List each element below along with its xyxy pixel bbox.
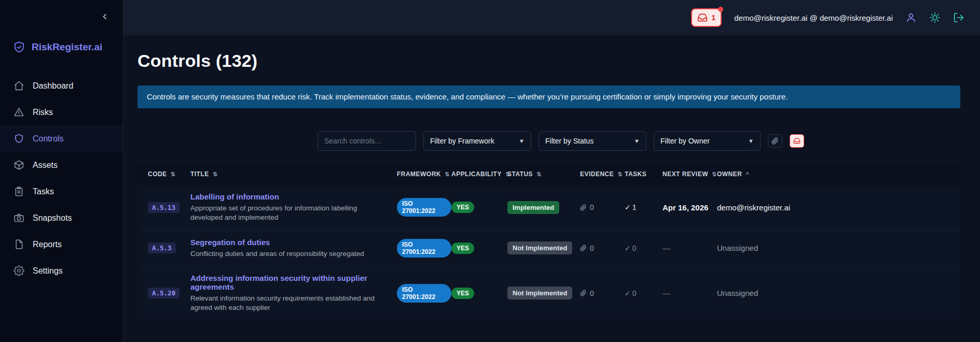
evidence-cell: 0: [580, 289, 625, 297]
control-title-link[interactable]: Addressing information security within s…: [190, 274, 397, 291]
sort-icon: ⇅: [213, 171, 218, 178]
evidence-count: 0: [590, 203, 594, 211]
sidebar-item-controls[interactable]: Controls: [0, 125, 123, 152]
page-title: Controls (132): [137, 51, 960, 71]
evidence-cell: 0: [580, 203, 625, 211]
column-header-tasks[interactable]: Tasks: [625, 170, 662, 178]
applicability-badge: YES: [451, 288, 474, 299]
evidence-filter-button[interactable]: [768, 134, 782, 148]
shield-check-icon: [12, 40, 26, 54]
framework-badge: ISO 27001:2022: [397, 198, 451, 217]
profile-button[interactable]: [905, 12, 917, 23]
warning-triangle-icon: [13, 107, 24, 118]
table-row: A.5.13 Labelling of information Appropri…: [137, 185, 960, 230]
document-icon: [13, 239, 24, 250]
sidebar-item-label: Assets: [33, 161, 58, 170]
sidebar-item-label: Tasks: [33, 187, 54, 196]
status-badge: Not Implemented: [507, 287, 572, 300]
tasks-cell: ✓0: [625, 244, 662, 252]
notifications-button[interactable]: 1: [691, 8, 722, 27]
tasks-cell: ✓0: [625, 289, 662, 297]
sun-icon: [929, 12, 941, 23]
check-icon: ✓: [625, 244, 631, 252]
sidebar-item-settings[interactable]: Settings: [0, 258, 123, 284]
column-header-code[interactable]: Code⇅: [137, 170, 190, 178]
sidebar-item-snapshots[interactable]: Snapshots: [0, 205, 123, 231]
status-filter-select[interactable]: Filter by Status ▼: [539, 131, 646, 151]
shield-icon: [13, 133, 24, 144]
column-header-framework[interactable]: Framework⇅: [397, 170, 451, 178]
sidebar-item-label: Controls: [33, 134, 64, 144]
notification-dot: [718, 7, 723, 12]
chevron-down-icon: ▼: [519, 138, 524, 144]
filter-bar: Filter by Framework ▼ Filter by Status ▼…: [318, 131, 960, 151]
brand-name: RiskRegister.ai: [32, 41, 102, 53]
gear-icon: [13, 265, 24, 276]
owner-cell: demo@riskregister.ai: [717, 203, 960, 212]
clipboard-icon: [13, 186, 24, 197]
sidebar-item-tasks[interactable]: Tasks: [0, 178, 123, 205]
tasks-count: 0: [632, 244, 637, 252]
control-title-link[interactable]: Segregation of duties: [190, 238, 270, 247]
app-root: RiskRegister.ai Dashboard Risks Controls: [0, 0, 980, 342]
search-input[interactable]: [318, 131, 416, 151]
home-icon: [13, 80, 24, 91]
notification-count: 1: [711, 13, 715, 22]
sidebar-item-risks[interactable]: Risks: [0, 99, 123, 125]
sidebar-item-dashboard[interactable]: Dashboard: [0, 73, 123, 99]
sidebar-item-label: Reports: [33, 240, 62, 249]
framework-filter-select[interactable]: Filter by Framework ▼: [423, 131, 531, 151]
column-header-owner[interactable]: Owner^: [717, 170, 960, 178]
table-row: A.5.3 Segregation of duties Conflicting …: [137, 231, 960, 266]
applicability-badge: YES: [451, 202, 474, 213]
sidebar-item-assets[interactable]: Assets: [0, 152, 123, 178]
tasks-cell: ✓1: [625, 203, 662, 211]
person-icon: [905, 12, 917, 23]
next-review-date: Apr 16, 2026: [662, 203, 717, 212]
evidence-count: 0: [590, 244, 594, 252]
sidebar-item-label: Risks: [33, 108, 53, 117]
chevron-down-icon: ▼: [634, 138, 640, 144]
paperclip-icon: [771, 137, 779, 145]
control-description: Relevant information security requiremen…: [190, 294, 397, 312]
sort-icon: ⇅: [536, 171, 542, 178]
sidebar-item-label: Snapshots: [33, 213, 72, 223]
paperclip-icon: [580, 204, 587, 211]
evidence-cell: 0: [580, 244, 625, 252]
column-header-title[interactable]: Title⇅: [190, 170, 397, 178]
next-review-date: —: [662, 244, 717, 252]
sidebar-item-label: Settings: [33, 266, 63, 276]
status-filter-label: Filter by Status: [545, 137, 593, 145]
logout-icon: [953, 12, 964, 23]
cube-icon: [13, 160, 24, 170]
framework-badge: ISO 27001:2022: [397, 239, 451, 258]
sidebar-collapse-button[interactable]: [98, 10, 112, 24]
control-description: Conflicting duties and areas of responsi…: [190, 249, 397, 259]
paperclip-icon: [580, 290, 587, 296]
control-code-badge: A.5.3: [148, 243, 176, 253]
framework-filter-label: Filter by Framework: [430, 137, 494, 145]
owner-filter-select[interactable]: Filter by Owner ▼: [654, 131, 761, 151]
alert-filter-button[interactable]: [790, 134, 804, 148]
theme-toggle-button[interactable]: [929, 12, 941, 23]
logout-button[interactable]: [953, 12, 964, 23]
chevron-down-icon: ▼: [748, 138, 754, 144]
control-code-badge: A.5.13: [148, 202, 180, 213]
sidebar-item-reports[interactable]: Reports: [0, 231, 123, 258]
column-header-evidence[interactable]: Evidence⇅: [580, 170, 625, 178]
next-review-date: —: [662, 289, 717, 297]
column-header-next-review[interactable]: Next Review⇅: [662, 170, 717, 178]
sidebar-item-label: Dashboard: [33, 81, 73, 91]
sort-icon: ⇅: [712, 171, 717, 178]
applicability-badge: YES: [451, 243, 474, 254]
owner-cell: Unassigned: [717, 289, 960, 297]
tasks-count: 1: [632, 203, 637, 211]
column-header-status[interactable]: Status⇅: [507, 170, 580, 178]
column-header-applicability[interactable]: Applicability⇅: [451, 170, 507, 178]
brand-logo[interactable]: RiskRegister.ai: [12, 40, 123, 54]
sort-icon: ⇅: [445, 171, 450, 178]
table-header: Code⇅ Title⇅ Framework⇅ Applicability⇅ S…: [137, 163, 960, 185]
sort-icon: ⇅: [617, 171, 623, 178]
table-row: A.5.20 Addressing information security w…: [137, 266, 960, 320]
control-title-link[interactable]: Labelling of information: [190, 192, 279, 201]
